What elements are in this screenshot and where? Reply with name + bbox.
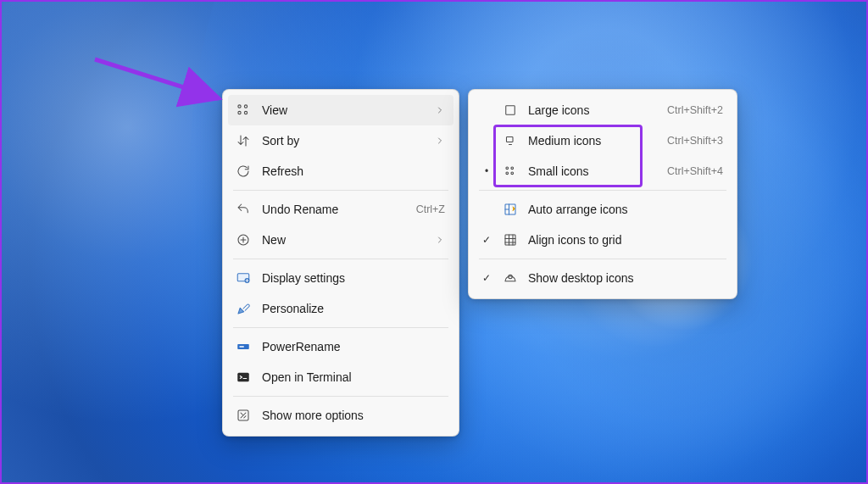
svg-rect-13 (507, 137, 514, 142)
view-submenu: Large icons Ctrl+Shift+2 Medium icons Ct… (468, 89, 737, 299)
menu-label: Undo Rename (262, 203, 406, 216)
check-indicator: • (481, 165, 492, 177)
menu-label: Auto arrange icons (528, 203, 723, 216)
menu-shortcut: Ctrl+Shift+3 (667, 135, 723, 147)
chevron-right-icon (433, 235, 445, 245)
menu-item-view[interactable]: View (228, 95, 453, 125)
powerrename-icon (235, 338, 252, 355)
menu-label: Small icons (528, 164, 657, 178)
menu-label: View (262, 103, 423, 117)
menu-item-show-more[interactable]: Show more options (228, 400, 453, 431)
menu-item-refresh[interactable]: Refresh (228, 156, 453, 186)
menu-label: Refresh (262, 164, 445, 178)
menu-shortcut: Ctrl+Z (416, 203, 445, 215)
chevron-right-icon (433, 136, 445, 146)
more-options-icon (235, 407, 252, 424)
personalize-icon (235, 300, 252, 317)
menu-shortcut: Ctrl+Shift+2 (667, 104, 723, 116)
desktop-context-menu: View Sort by Refresh Undo Rename Ctrl+Z … (222, 89, 459, 437)
small-icons-icon (503, 163, 518, 180)
menu-divider (233, 396, 448, 397)
menu-divider (233, 190, 448, 191)
menu-label: Display settings (262, 271, 445, 285)
submenu-item-show-desktop-icons[interactable]: ✓ Show desktop icons (474, 263, 732, 293)
menu-item-display-settings[interactable]: Display settings (228, 263, 453, 293)
svg-rect-9 (240, 346, 244, 348)
menu-label: Sort by (262, 134, 423, 147)
submenu-item-medium-icons[interactable]: Medium icons Ctrl+Shift+3 (474, 125, 732, 156)
large-icons-icon (503, 102, 518, 119)
submenu-item-large-icons[interactable]: Large icons Ctrl+Shift+2 (474, 95, 732, 125)
menu-label: Open in Terminal (262, 370, 445, 384)
menu-label: Personalize (262, 302, 445, 315)
undo-icon (235, 201, 252, 218)
view-icon (235, 102, 252, 119)
svg-point-20 (509, 275, 513, 279)
menu-divider (479, 259, 726, 259)
menu-shortcut: Ctrl+Shift+4 (667, 165, 723, 177)
menu-item-personalize[interactable]: Personalize (228, 293, 453, 324)
show-desktop-icon (503, 270, 518, 287)
svg-point-4 (244, 111, 247, 114)
menu-label: Align icons to grid (528, 233, 723, 247)
svg-point-16 (506, 172, 509, 175)
new-icon (235, 231, 252, 248)
chevron-right-icon (433, 105, 445, 115)
menu-item-new[interactable]: New (228, 225, 453, 255)
menu-label: Show desktop icons (528, 271, 723, 285)
terminal-icon (235, 369, 252, 386)
menu-label: Large icons (528, 103, 657, 117)
menu-item-sort-by[interactable]: Sort by (228, 125, 453, 156)
check-indicator: ✓ (481, 234, 492, 246)
submenu-item-small-icons[interactable]: • Small icons Ctrl+Shift+4 (474, 156, 732, 186)
menu-divider (233, 259, 448, 259)
refresh-icon (235, 163, 252, 180)
submenu-item-align-grid[interactable]: ✓ Align icons to grid (474, 225, 732, 255)
submenu-item-auto-arrange[interactable]: Auto arrange icons (474, 194, 732, 225)
svg-rect-19 (505, 235, 515, 245)
menu-divider (479, 190, 726, 191)
check-indicator: ✓ (481, 272, 492, 284)
menu-item-powerrename[interactable]: PowerRename (228, 331, 453, 362)
svg-point-3 (238, 111, 241, 114)
menu-label: Medium icons (528, 134, 657, 147)
svg-point-17 (511, 172, 514, 175)
menu-item-open-terminal[interactable]: Open in Terminal (228, 362, 453, 392)
auto-arrange-icon (503, 201, 518, 218)
display-settings-icon (235, 270, 252, 287)
menu-label: New (262, 233, 423, 247)
menu-divider (233, 327, 448, 328)
menu-item-undo-rename[interactable]: Undo Rename Ctrl+Z (228, 194, 453, 225)
svg-point-2 (244, 105, 247, 108)
menu-label: PowerRename (262, 340, 445, 353)
svg-point-14 (506, 167, 509, 170)
svg-rect-12 (506, 106, 515, 115)
align-grid-icon (503, 231, 518, 248)
svg-point-15 (511, 167, 514, 170)
svg-rect-10 (237, 373, 249, 382)
sort-icon (235, 132, 252, 149)
svg-point-1 (238, 105, 241, 108)
medium-icons-icon (503, 132, 518, 149)
menu-label: Show more options (262, 409, 445, 422)
